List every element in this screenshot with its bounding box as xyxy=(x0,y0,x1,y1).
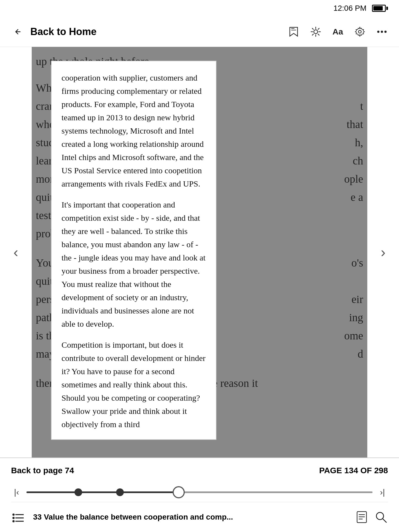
svg-point-11 xyxy=(381,31,383,33)
progress-dot-1 xyxy=(74,488,82,496)
back-home-label[interactable]: Back to Home xyxy=(30,26,97,38)
progress-dot-2 xyxy=(116,488,124,496)
svg-line-7 xyxy=(318,28,319,29)
notes-icon[interactable] xyxy=(355,510,369,524)
svg-point-10 xyxy=(377,31,379,33)
svg-point-0 xyxy=(314,30,318,34)
svg-point-17 xyxy=(12,520,15,522)
toc-icon[interactable] xyxy=(11,510,25,524)
bottom-page-info: Back to page 74 PAGE 134 OF 298 xyxy=(11,458,388,483)
popup-paragraph-1: cooperation with supplier, customers and… xyxy=(61,71,206,190)
progress-area[interactable]: |‹ ›| xyxy=(11,483,388,502)
svg-line-24 xyxy=(383,519,386,522)
settings-icon[interactable] xyxy=(354,26,366,38)
first-page-icon[interactable]: |‹ xyxy=(11,488,22,497)
more-options-icon[interactable] xyxy=(376,26,388,38)
popup-paragraph-3: Competition is important, but does it co… xyxy=(61,338,206,431)
svg-line-6 xyxy=(318,34,319,35)
progress-handle[interactable] xyxy=(173,486,185,498)
svg-point-12 xyxy=(384,31,387,33)
bookmark-icon[interactable] xyxy=(288,26,300,38)
bottom-bar: Back to page 74 PAGE 134 OF 298 |‹ ›| 33… xyxy=(0,457,399,532)
search-icon[interactable] xyxy=(374,510,388,524)
svg-line-8 xyxy=(312,34,314,35)
page-count-label: PAGE 134 OF 298 xyxy=(319,466,388,475)
nav-right: Aa xyxy=(288,26,388,38)
page-nav-left[interactable]: ‹ xyxy=(0,47,32,457)
brightness-icon[interactable] xyxy=(310,26,322,38)
battery-icon xyxy=(372,5,388,12)
bottom-footer: 33 Value the balance between cooperation… xyxy=(11,502,388,532)
back-arrow-button[interactable] xyxy=(11,25,25,39)
next-page-arrow[interactable]: › xyxy=(381,244,385,260)
reading-area: up the whole night before. Whe cramt whe… xyxy=(0,47,399,457)
chapter-title: 33 Value the balance between cooperation… xyxy=(30,513,349,522)
top-nav: Back to Home Aa xyxy=(0,17,399,47)
progress-fill xyxy=(26,491,179,493)
svg-point-9 xyxy=(358,30,361,33)
nav-left: Back to Home xyxy=(11,25,97,39)
progress-track[interactable] xyxy=(26,491,373,493)
page-nav-right[interactable]: › xyxy=(367,47,399,457)
back-to-page-label[interactable]: Back to page 74 xyxy=(11,466,74,475)
svg-point-15 xyxy=(12,517,15,519)
status-time: 12:06 PM xyxy=(333,4,366,13)
last-page-icon[interactable]: ›| xyxy=(377,488,388,497)
svg-line-5 xyxy=(312,28,314,29)
status-bar: 12:06 PM xyxy=(0,0,399,17)
popup-tooltip: cooperation with supplier, customers and… xyxy=(51,61,216,440)
prev-page-arrow[interactable]: ‹ xyxy=(14,244,18,260)
svg-point-13 xyxy=(12,514,15,516)
font-size-icon[interactable]: Aa xyxy=(332,26,344,38)
popup-paragraph-2: It's important that cooperation and comp… xyxy=(61,198,206,331)
